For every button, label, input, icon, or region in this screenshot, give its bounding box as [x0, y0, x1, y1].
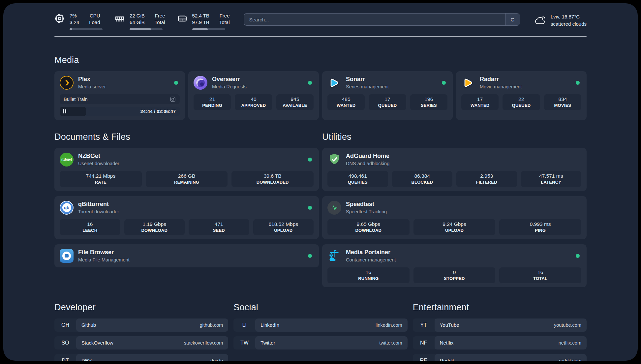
bookmark-abbr: LI: [233, 318, 255, 332]
section-social: Social LI LinkedIn linkedin.com TW Twitt…: [233, 302, 407, 354]
status-indicator: [308, 158, 312, 162]
bookmark-youtube[interactable]: YT YouTube youtube.com: [413, 318, 587, 332]
stat-pending: 21 PENDING: [194, 94, 231, 110]
app-description: Usenet downloader: [78, 161, 303, 166]
app-card-overseerr[interactable]: Overseerr Media Requests 21 PENDING 40 A…: [188, 71, 319, 120]
storage-progress-bar: [192, 28, 225, 30]
dashboard-page: 7% 3.24 CPU Load: [3, 3, 638, 361]
bookmark-name: Netflix: [440, 340, 454, 346]
bookmark-name: YouTube: [440, 322, 459, 328]
bookmark-twitter[interactable]: TW Twitter twitter.com: [233, 336, 407, 349]
app-card-nzbget[interactable]: nzbget NZBGet Usenet downloader 744.21 M…: [54, 148, 319, 191]
app-card-sonarr[interactable]: Sonarr Series management 485 WANTED 17 Q…: [322, 71, 453, 120]
app-description: Series management: [346, 84, 437, 89]
storage-total-value: 97.9 TB: [192, 19, 209, 26]
pause-icon: [63, 109, 66, 113]
bookmark-abbr: YT: [413, 318, 435, 332]
app-name: Speedtest: [346, 201, 581, 208]
memory-total-value: 64 GiB: [130, 19, 145, 26]
entertainment-section-title: Entertainment: [413, 302, 587, 313]
stat-total: 16 TOTAL: [499, 267, 581, 283]
app-card-speedtest[interactable]: Speedtest Speedtest Tracking 9.65 Gbps D…: [322, 196, 587, 239]
bookmark-dev[interactable]: DT DEV dev.to: [54, 354, 228, 361]
cpu-stat-group: 7% 3.24 CPU Load: [54, 13, 103, 30]
stat-stopped: 0 STOPPED: [413, 267, 496, 283]
bookmark-url: reddit.com: [559, 358, 581, 361]
documents-section-title: Documents & Files: [54, 132, 319, 142]
ram-icon: [114, 13, 125, 24]
search-engine-button[interactable]: G: [505, 14, 520, 25]
stat-downloaded: 39.6 TB DOWNLOADED: [231, 171, 314, 187]
bookmark-name: DEV: [81, 358, 92, 361]
app-description: Movie management: [480, 84, 571, 89]
now-playing-row: Bullet Train: [60, 94, 180, 104]
storage-free-value: 52.4 TB: [192, 13, 209, 19]
media-section-title: Media: [54, 55, 587, 65]
bookmark-netflix[interactable]: NF Netflix netflix.com: [413, 336, 587, 349]
search-bar: G: [244, 13, 520, 26]
stat-rate: 744.21 Mbps RATE: [60, 171, 142, 187]
storage-total-label: Total: [219, 19, 230, 26]
bookmark-name: Github: [81, 322, 96, 328]
app-name: Sonarr: [346, 76, 437, 83]
stat-approved: 40 APPROVED: [235, 94, 272, 110]
utilities-section-title: Utilities: [322, 132, 587, 142]
qbittorrent-icon: qb: [60, 201, 74, 215]
bookmark-name: StackOverflow: [81, 340, 113, 346]
stat-ping: 0.993 ms PING: [499, 219, 581, 235]
bookmark-url: stackoverflow.com: [184, 340, 223, 346]
status-indicator: [174, 81, 178, 85]
app-name: NZBGet: [78, 153, 303, 160]
stat-available: 945 AVAILABLE: [276, 94, 314, 110]
app-card-radarr[interactable]: Radarr Movie management 17 WANTED 22 QUE…: [456, 71, 587, 120]
header-divider: [54, 36, 587, 37]
memory-free-label: Free: [155, 13, 165, 19]
bookmark-github[interactable]: GH Github github.com: [54, 318, 228, 332]
section-entertainment: Entertainment YT YouTube youtube.com NF …: [413, 302, 587, 361]
section-developer: Developer GH Github github.com SO StackO…: [54, 302, 228, 361]
system-stats: 7% 3.24 CPU Load: [54, 13, 230, 30]
app-card-adguard[interactable]: AdGuard Home DNS and adblocking 498,461 …: [322, 148, 587, 191]
stat-wanted: 485 WANTED: [327, 94, 365, 110]
bookmark-url: github.com: [199, 322, 223, 328]
app-description: DNS and adblocking: [346, 161, 581, 166]
bookmark-abbr: GH: [54, 318, 76, 332]
app-card-filebrowser[interactable]: File Browser Media File Management: [54, 244, 319, 267]
app-name: Overseerr: [212, 76, 303, 83]
status-indicator: [308, 206, 312, 210]
bookmark-stackoverflow[interactable]: SO StackOverflow stackoverflow.com: [54, 336, 228, 349]
developer-section-title: Developer: [54, 302, 228, 313]
disk-icon: [177, 13, 188, 24]
weather-widget: Lviv, 16.87°C scattered clouds: [534, 13, 587, 28]
storage-free-label: Free: [219, 13, 230, 19]
cpu-load-label: Load: [89, 19, 100, 26]
memory-free-value: 22 GiB: [130, 13, 145, 19]
speedtest-icon: [327, 201, 341, 215]
app-description: Media File Management: [78, 257, 303, 262]
app-description: Torrent downloader: [78, 209, 303, 214]
stat-upload: 618.52 Mbps UPLOAD: [253, 219, 314, 235]
bookmark-linkedin[interactable]: LI LinkedIn linkedin.com: [233, 318, 407, 332]
stat-download: 9.65 Gbps DOWNLOAD: [327, 219, 410, 235]
adguard-icon: [327, 153, 341, 167]
status-indicator: [576, 254, 580, 258]
bookmark-url: youtube.com: [554, 322, 581, 328]
bookmark-url: dev.to: [210, 358, 223, 361]
section-documents: Documents & Files nzbget NZBGet Usenet d…: [54, 132, 319, 267]
app-name: Radarr: [480, 76, 571, 83]
session-type-icon: [170, 96, 176, 102]
app-card-plex[interactable]: Plex Media server Bullet Train: [54, 71, 185, 120]
stat-seed: 471 SEED: [189, 219, 249, 235]
cpu-progress-bar: [70, 28, 103, 30]
app-card-qbittorrent[interactable]: qb qBittorrent Torrent downloader 16 LEE…: [54, 196, 319, 239]
bookmark-reddit[interactable]: RE Reddit reddit.com: [413, 354, 587, 361]
cpu-load-value: 3.24: [70, 19, 79, 26]
memory-stat-group: 22 GiB 64 GiB Free Total: [114, 13, 165, 30]
bookmark-abbr: TW: [233, 336, 255, 349]
weather-location-temp: Lviv, 16.87°C: [551, 13, 587, 20]
top-bar: 7% 3.24 CPU Load: [54, 3, 587, 30]
app-name: AdGuard Home: [346, 153, 581, 160]
search-input[interactable]: [244, 14, 505, 25]
app-card-portainer[interactable]: Media Portainer Container management 16 …: [322, 244, 587, 287]
radarr-icon: [461, 76, 475, 90]
